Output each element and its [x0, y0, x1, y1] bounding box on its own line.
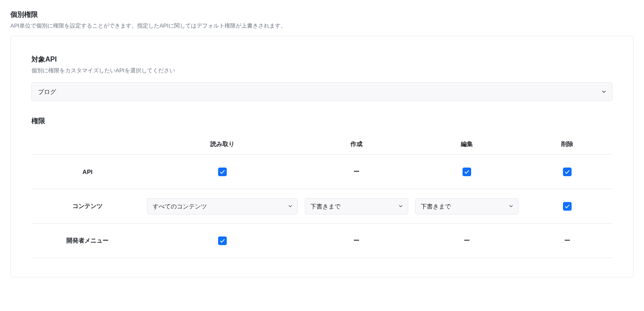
api-create-dash: ー — [353, 168, 360, 175]
contents-read-select[interactable]: すべてのコンテンツ — [147, 198, 298, 215]
row-label-devmenu: 開発者メニュー — [31, 224, 144, 258]
devmenu-delete-dash: ー — [564, 237, 570, 244]
devmenu-create-dash: ー — [353, 237, 360, 244]
check-icon — [219, 238, 225, 244]
contents-create-select[interactable]: 下書きまで — [305, 198, 408, 215]
permissions-table: 読み取り 作成 編集 削除 API ー — [31, 134, 613, 258]
header-blank — [31, 134, 144, 155]
permissions-card: 対象API 個別に権限をカスタマイズしたいAPIを選択してください ブログ 権限… — [10, 36, 634, 277]
target-api-select[interactable]: ブログ — [31, 82, 613, 101]
header-delete: 削除 — [522, 134, 613, 155]
section-title: 個別権限 — [10, 10, 634, 19]
page-container: 個別権限 API単位で個別に権限を設定することができます。指定したAPIに関して… — [10, 10, 634, 277]
contents-delete-checkbox[interactable] — [563, 202, 572, 211]
devmenu-read-checkbox[interactable] — [218, 236, 227, 245]
table-header-row: 読み取り 作成 編集 削除 — [31, 134, 613, 155]
header-read: 読み取り — [144, 134, 301, 155]
check-icon — [464, 169, 470, 175]
api-read-checkbox[interactable] — [218, 168, 227, 176]
table-row-devmenu: 開発者メニュー ー ー ー — [31, 224, 613, 258]
row-label-api: API — [31, 155, 144, 189]
devmenu-edit-dash: ー — [464, 237, 470, 244]
check-icon — [219, 169, 225, 175]
check-icon — [564, 203, 570, 209]
header-edit: 編集 — [412, 134, 522, 155]
table-row-api: API ー — [31, 155, 613, 189]
api-delete-checkbox[interactable] — [563, 168, 572, 176]
target-api-desc: 個別に権限をカスタマイズしたいAPIを選択してください — [31, 67, 613, 75]
contents-edit-select[interactable]: 下書きまで — [415, 198, 519, 215]
target-api-title: 対象API — [31, 55, 613, 64]
table-row-contents: コンテンツ すべてのコンテンツ 下書きまで — [31, 189, 613, 224]
api-edit-checkbox[interactable] — [463, 168, 471, 176]
check-icon — [564, 169, 570, 175]
row-label-contents: コンテンツ — [31, 189, 144, 224]
header-create: 作成 — [301, 134, 412, 155]
section-desc: API単位で個別に権限を設定することができます。指定したAPIに関してはデフォル… — [10, 22, 634, 30]
permissions-title: 権限 — [31, 117, 613, 126]
